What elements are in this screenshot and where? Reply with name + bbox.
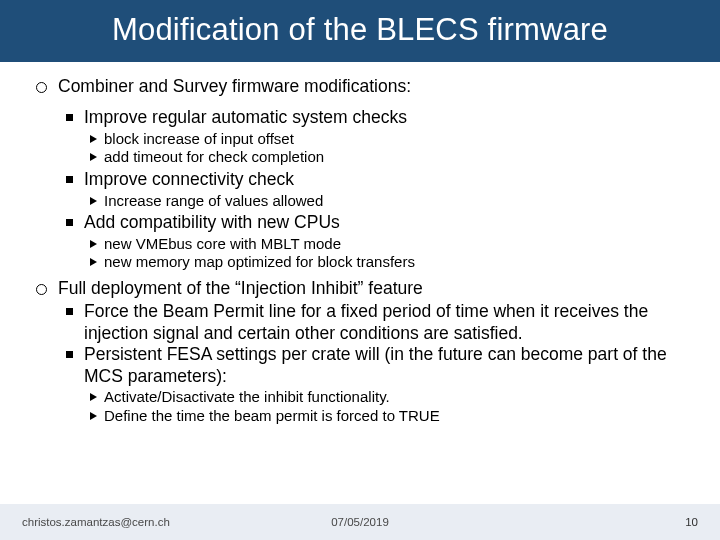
bullet-lvl3: add timeout for check completion [84, 148, 688, 167]
bullet-text: Full deployment of the “Injection Inhibi… [58, 278, 423, 298]
bullet-lvl3: new memory map optimized for block trans… [84, 253, 688, 272]
bullet-list: Activate/Disactivate the inhibit functio… [84, 388, 688, 426]
bullet-text: new memory map optimized for block trans… [104, 253, 415, 270]
bullet-lvl1: Full deployment of the “Injection Inhibi… [32, 278, 688, 425]
bullet-text: Activate/Disactivate the inhibit functio… [104, 388, 390, 405]
bullet-list: Force the Beam Permit line for a fixed p… [58, 301, 688, 425]
title-bar: Modification of the BLECS firmware [0, 0, 720, 62]
bullet-list: block increase of input offset add timeo… [84, 130, 688, 168]
bullet-text: Force the Beam Permit line for a fixed p… [84, 301, 648, 342]
bullet-text: new VMEbus core with MBLT mode [104, 235, 341, 252]
footer-author: christos.zamantzas@cern.ch [22, 516, 170, 528]
bullet-lvl3: Activate/Disactivate the inhibit functio… [84, 388, 688, 407]
bullet-text: Persistent FESA settings per crate will … [84, 344, 667, 385]
bullet-lvl3: Increase range of values allowed [84, 192, 688, 211]
bullet-lvl2: Persistent FESA settings per crate will … [58, 344, 688, 425]
bullet-text: Combiner and Survey firmware modificatio… [58, 76, 411, 96]
bullet-lvl2: Add compatibility with new CPUs new VMEb… [58, 212, 688, 272]
bullet-text: add timeout for check completion [104, 148, 324, 165]
bullet-lvl2: Improve regular automatic system checks … [58, 107, 688, 167]
bullet-lvl3: block increase of input offset [84, 130, 688, 149]
bullet-list: new VMEbus core with MBLT mode new memor… [84, 235, 688, 273]
bullet-text: Improve regular automatic system checks [84, 107, 407, 127]
bullet-text: Improve connectivity check [84, 169, 294, 189]
footer: christos.zamantzas@cern.ch 07/05/2019 10 [0, 504, 720, 540]
footer-date: 07/05/2019 [331, 516, 389, 528]
bullet-text: Define the time the beam permit is force… [104, 407, 440, 424]
bullet-lvl3: new VMEbus core with MBLT mode [84, 235, 688, 254]
bullet-text: Increase range of values allowed [104, 192, 323, 209]
footer-page-number: 10 [685, 516, 698, 528]
bullet-list: Increase range of values allowed [84, 192, 688, 211]
slide-body: Combiner and Survey firmware modificatio… [0, 62, 720, 540]
bullet-lvl2: Improve connectivity check Increase rang… [58, 169, 688, 210]
bullet-lvl3: Define the time the beam permit is force… [84, 407, 688, 426]
slide: Modification of the BLECS firmware Combi… [0, 0, 720, 540]
bullet-lvl1: Combiner and Survey firmware modificatio… [32, 76, 688, 272]
bullet-list: Combiner and Survey firmware modificatio… [32, 76, 688, 425]
bullet-lvl2: Force the Beam Permit line for a fixed p… [58, 301, 688, 344]
bullet-text: block increase of input offset [104, 130, 294, 147]
bullet-text: Add compatibility with new CPUs [84, 212, 340, 232]
bullet-list: Improve regular automatic system checks … [58, 107, 688, 272]
slide-title: Modification of the BLECS firmware [0, 12, 720, 48]
